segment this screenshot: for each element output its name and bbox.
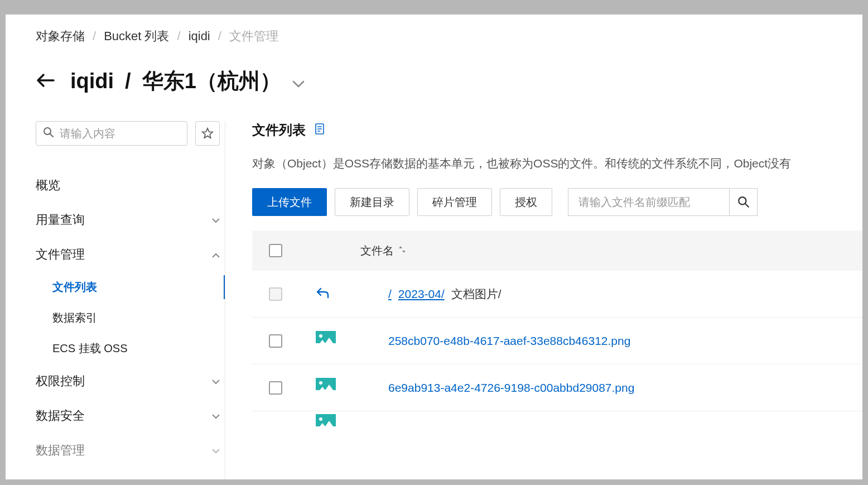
back-arrow-icon[interactable] — [36, 70, 55, 93]
path-parent-link[interactable]: 2023-04/ — [398, 287, 445, 301]
chevron-down-icon — [212, 410, 220, 422]
sidebar-item-label: 概览 — [36, 177, 60, 194]
sidebar-item-label: 用量查询 — [36, 212, 85, 228]
breadcrumb-item-current: 文件管理 — [229, 28, 278, 45]
breadcrumb-separator: / — [93, 29, 96, 44]
column-filename[interactable]: 文件名 — [360, 243, 406, 258]
sidebar-search-input[interactable] — [60, 127, 180, 140]
file-link[interactable]: 6e9ab913-a4e2-4726-9198-c00abbd29087.png — [388, 381, 634, 395]
title-bucket: iqidi — [70, 69, 114, 93]
path-breadcrumb: / 2023-04/ 文档图片/ — [388, 286, 501, 302]
row-checkbox[interactable] — [269, 334, 282, 348]
chevron-up-icon — [212, 249, 220, 261]
svg-point-2 — [739, 197, 746, 204]
table-row: 258cb070-e48b-4617-aaef-33e88cb46312.png — [252, 318, 862, 364]
row-checkbox — [269, 287, 282, 301]
image-file-icon — [316, 331, 336, 351]
sidebar-item-overview[interactable]: 概览 — [36, 168, 220, 203]
sidebar-item-dataindex[interactable]: 数据索引 — [52, 302, 220, 333]
back-up-icon[interactable] — [316, 285, 329, 302]
prefix-search-input[interactable] — [568, 188, 730, 216]
breadcrumb-item[interactable]: Bucket 列表 — [104, 28, 169, 45]
sidebar-item-filemgmt[interactable]: 文件管理 — [36, 237, 220, 272]
sidebar-item-filelist[interactable]: 文件列表 — [52, 272, 220, 302]
sort-icon — [398, 245, 406, 256]
svg-point-0 — [44, 128, 51, 135]
table-row: 6e9ab913-a4e2-4726-9198-c00abbd29087.png — [252, 364, 862, 411]
main-title: 文件列表 — [252, 121, 306, 139]
auth-button[interactable]: 授权 — [500, 188, 552, 216]
sidebar-item-label: 数据安全 — [36, 407, 85, 424]
chevron-down-icon — [212, 376, 220, 387]
fragment-mgmt-button[interactable]: 碎片管理 — [417, 188, 492, 216]
page-title: iqidi / 华东1（杭州） — [70, 67, 305, 95]
breadcrumb-separator: / — [218, 29, 221, 44]
sidebar-item-ecsmount[interactable]: ECS 挂载 OSS — [52, 333, 220, 364]
sidebar-item-permission[interactable]: 权限控制 — [36, 364, 220, 398]
image-file-icon — [316, 414, 336, 434]
row-checkbox[interactable] — [269, 381, 282, 395]
sidebar-item-datasecurity[interactable]: 数据安全 — [36, 398, 220, 433]
search-button[interactable] — [730, 188, 758, 216]
title-region: 华东1（杭州） — [142, 67, 281, 95]
path-current: 文档图片/ — [451, 286, 501, 302]
column-label: 文件名 — [360, 243, 394, 258]
document-icon[interactable] — [315, 123, 325, 137]
sidebar-item-label: 数据索引 — [52, 310, 97, 325]
search-icon — [43, 127, 54, 140]
favorite-button[interactable] — [195, 121, 220, 146]
upload-button[interactable]: 上传文件 — [252, 188, 327, 216]
main-panel: 文件列表 对象（Object）是OSS存储数据的基本单元，也被称为OSS的文件。… — [225, 121, 862, 468]
description-text: 对象（Object）是OSS存储数据的基本单元，也被称为OSS的文件。和传统的文… — [252, 156, 862, 171]
page-title-row: iqidi / 华东1（杭州） — [36, 67, 862, 95]
sidebar-item-label: ECS 挂载 OSS — [52, 341, 127, 356]
select-all-checkbox[interactable] — [269, 244, 282, 257]
title-sep: / — [125, 69, 131, 93]
sidebar-item-label: 权限控制 — [36, 373, 85, 390]
file-link[interactable]: 258cb070-e48b-4617-aaef-33e88cb46312.png — [388, 334, 630, 348]
sidebar-item-label: 数据管理 — [36, 442, 85, 459]
table-row — [252, 411, 862, 434]
sidebar-item-usage[interactable]: 用量查询 — [36, 203, 220, 237]
path-root[interactable]: / — [388, 287, 392, 301]
toolbar: 上传文件 新建目录 碎片管理 授权 — [252, 188, 862, 216]
new-directory-button[interactable]: 新建目录 — [335, 188, 409, 216]
breadcrumb: 对象存储 / Bucket 列表 / iqidi / 文件管理 — [36, 28, 862, 45]
sidebar-search[interactable] — [36, 121, 187, 146]
sidebar: 概览 用量查询 文件管理 文件列表 数据索引 — [36, 121, 225, 468]
chevron-down-icon — [212, 445, 220, 457]
image-file-icon — [316, 378, 336, 398]
table-row-path: / 2023-04/ 文档图片/ — [252, 271, 862, 318]
chevron-down-icon — [212, 214, 220, 226]
sidebar-item-label: 文件管理 — [36, 246, 85, 263]
chevron-down-icon[interactable] — [292, 69, 305, 93]
sidebar-item-datamgmt[interactable]: 数据管理 — [36, 433, 220, 468]
breadcrumb-item[interactable]: 对象存储 — [36, 28, 85, 45]
sidebar-item-label: 文件列表 — [52, 280, 97, 295]
breadcrumb-item[interactable]: iqidi — [189, 29, 210, 44]
breadcrumb-separator: / — [177, 29, 181, 44]
table-header: 文件名 — [252, 231, 862, 271]
